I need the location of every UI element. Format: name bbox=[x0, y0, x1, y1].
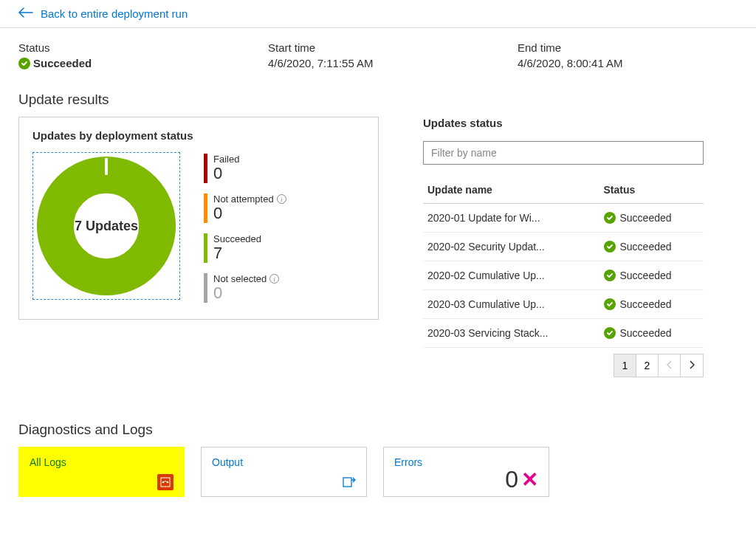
errors-count: 0 bbox=[505, 466, 518, 493]
all-logs-card[interactable]: All Logs bbox=[18, 447, 185, 497]
back-link[interactable]: Back to entire deployment run bbox=[0, 0, 756, 28]
pager-next[interactable] bbox=[681, 354, 703, 377]
pager: 1 2 bbox=[614, 354, 704, 377]
start-time-block: Start time 4/6/2020, 7:11:55 AM bbox=[268, 41, 488, 69]
end-time-value: 4/6/2020, 8:00:41 AM bbox=[518, 57, 738, 69]
legend: Failed 0 Not attempted i 0 bbox=[204, 154, 286, 303]
pager-page-1[interactable]: 1 bbox=[614, 354, 636, 377]
diagnostics-section: Diagnostics and Logs All Logs Output Err… bbox=[18, 422, 738, 497]
info-icon[interactable]: i bbox=[277, 194, 286, 204]
table-row[interactable]: 2020-01 Update for Wi...Succeeded bbox=[423, 204, 704, 233]
cell-update-name: 2020-03 Servicing Stack... bbox=[423, 319, 599, 348]
back-link-label: Back to entire deployment run bbox=[41, 7, 188, 20]
status-block: Status Succeeded bbox=[18, 41, 238, 69]
cell-status: Succeeded bbox=[599, 233, 704, 261]
updates-status-panel: Updates status Update name Status 2020-0… bbox=[423, 117, 704, 377]
table-row[interactable]: 2020-02 Security Updat...Succeeded bbox=[423, 233, 704, 261]
cell-status: Succeeded bbox=[599, 319, 704, 348]
donut-center-label: 7 Updates bbox=[75, 219, 138, 234]
legend-item-failed[interactable]: Failed 0 bbox=[204, 154, 286, 183]
cell-status: Succeeded bbox=[599, 290, 704, 319]
col-status[interactable]: Status bbox=[599, 176, 704, 204]
all-logs-label: All Logs bbox=[30, 456, 173, 468]
donut-selection[interactable]: 7 Updates bbox=[32, 152, 180, 300]
legend-value: 0 bbox=[213, 205, 286, 222]
legend-label: Failed bbox=[213, 154, 239, 165]
chevron-left-icon bbox=[667, 360, 673, 371]
table-row[interactable]: 2020-03 Servicing Stack...Succeeded bbox=[423, 319, 704, 348]
legend-bar-icon bbox=[204, 193, 207, 223]
donut-chart: 7 Updates bbox=[35, 155, 177, 297]
info-icon[interactable]: i bbox=[269, 274, 279, 284]
filter-input[interactable] bbox=[423, 141, 704, 165]
cell-update-name: 2020-02 Cumulative Up... bbox=[423, 261, 599, 290]
diagnostics-heading: Diagnostics and Logs bbox=[18, 422, 738, 438]
legend-label: Succeeded bbox=[213, 233, 261, 244]
updates-table: Update name Status 2020-01 Update for Wi… bbox=[423, 176, 704, 348]
check-circle-icon bbox=[604, 298, 616, 310]
errors-count-group: 0 ✕ bbox=[505, 466, 538, 493]
cell-status: Succeeded bbox=[599, 261, 704, 290]
table-row[interactable]: 2020-02 Cumulative Up...Succeeded bbox=[423, 261, 704, 290]
legend-label: Not attempted i bbox=[213, 193, 286, 205]
legend-item-not-attempted[interactable]: Not attempted i 0 bbox=[204, 193, 286, 223]
errors-card[interactable]: Errors 0 ✕ bbox=[383, 447, 549, 497]
logs-icon bbox=[157, 474, 173, 490]
end-time-label: End time bbox=[518, 41, 738, 54]
svg-rect-4 bbox=[343, 478, 351, 487]
legend-bar-icon bbox=[204, 273, 207, 303]
update-results-heading: Update results bbox=[18, 92, 738, 108]
check-circle-icon bbox=[604, 270, 616, 281]
legend-value: 7 bbox=[213, 244, 261, 262]
check-circle-icon bbox=[604, 241, 616, 253]
legend-item-succeeded[interactable]: Succeeded 7 bbox=[204, 233, 286, 263]
legend-bar-icon bbox=[204, 154, 207, 183]
chevron-right-icon bbox=[689, 360, 695, 371]
col-update-name[interactable]: Update name bbox=[423, 176, 599, 204]
legend-value: 0 bbox=[213, 165, 239, 182]
status-label: Status bbox=[18, 41, 238, 54]
status-value: Succeeded bbox=[18, 57, 238, 69]
arrow-left-icon bbox=[18, 7, 33, 20]
output-card[interactable]: Output bbox=[201, 447, 367, 497]
cell-update-name: 2020-01 Update for Wi... bbox=[423, 204, 599, 233]
check-circle-icon bbox=[604, 327, 616, 339]
output-label: Output bbox=[212, 456, 356, 468]
check-circle-icon bbox=[18, 58, 30, 69]
updates-status-heading: Updates status bbox=[423, 117, 704, 129]
check-circle-icon bbox=[604, 212, 616, 224]
cell-status: Succeeded bbox=[599, 204, 704, 233]
x-icon: ✕ bbox=[521, 467, 538, 492]
cell-update-name: 2020-03 Cumulative Up... bbox=[423, 290, 599, 319]
pager-prev bbox=[659, 354, 681, 377]
status-row: Status Succeeded Start time 4/6/2020, 7:… bbox=[18, 41, 738, 69]
card-title: Updates by deployment status bbox=[32, 129, 365, 142]
legend-label: Not selected i bbox=[213, 273, 279, 284]
legend-bar-icon bbox=[204, 233, 207, 263]
updates-by-status-card: Updates by deployment status 7 Updates bbox=[18, 117, 379, 320]
export-icon bbox=[343, 476, 356, 490]
cell-update-name: 2020-02 Security Updat... bbox=[423, 233, 599, 261]
legend-item-not-selected[interactable]: Not selected i 0 bbox=[204, 273, 286, 303]
end-time-block: End time 4/6/2020, 8:00:41 AM bbox=[518, 41, 738, 69]
start-time-label: Start time bbox=[268, 41, 488, 54]
start-time-value: 4/6/2020, 7:11:55 AM bbox=[268, 57, 488, 69]
legend-value: 0 bbox=[213, 284, 279, 302]
table-row[interactable]: 2020-03 Cumulative Up...Succeeded bbox=[423, 290, 704, 319]
pager-page-2[interactable]: 2 bbox=[636, 354, 659, 377]
